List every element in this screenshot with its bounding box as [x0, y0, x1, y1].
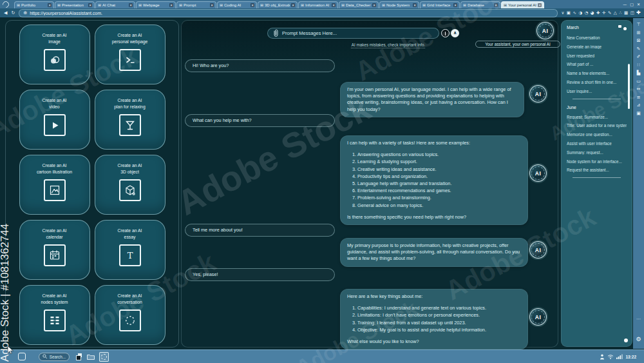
history-item[interactable]: New Conversation — [567, 36, 627, 40]
tab-database[interactable]: ⊞Database✕ — [460, 1, 500, 8]
tab-close-icon[interactable]: ✕ — [413, 3, 417, 7]
refresh-icon[interactable]: ↻ — [11, 11, 15, 15]
swap-icon[interactable]: ⇔ — [637, 87, 641, 92]
tile-create-ai-nodes-system[interactable]: Create an AInodes system — [19, 285, 90, 345]
back-icon[interactable]: ◀ — [4, 11, 7, 15]
tile-create-ai-cartoon-illustration[interactable]: Create an AIcartoon illustration — [19, 155, 90, 215]
list-icon[interactable]: ≡ — [637, 95, 641, 100]
tab-close-icon[interactable]: ✕ — [88, 3, 92, 7]
pencil-tool-icon[interactable]: ✎ — [608, 11, 611, 15]
history-item[interactable]: What part of ... — [567, 63, 627, 66]
tile-create-ai-image[interactable]: Create an AIimage — [19, 25, 90, 84]
url-bar[interactable]: ⊕ https://yourpersonalAIassistant.com. — [19, 9, 557, 17]
tab-close-icon[interactable]: ✕ — [169, 3, 173, 7]
scroll-bottom-dot[interactable] — [624, 338, 628, 342]
history-item[interactable]: Node system for an interface... — [567, 160, 627, 164]
tab-close-icon[interactable]: ✕ — [538, 3, 542, 7]
history-item[interactable]: User requested — [567, 54, 627, 58]
active-app-button[interactable] — [99, 352, 109, 362]
prompt-input[interactable]: Prompt Messages Here... — [267, 28, 439, 39]
history-item[interactable]: Title: User asked for a new system — [567, 124, 627, 128]
plus-tool-icon[interactable]: ✚ — [596, 11, 600, 15]
status-dot-icon[interactable] — [623, 27, 627, 30]
scrollbar-thumb[interactable] — [628, 64, 630, 109]
tile-create-ai-video[interactable]: Create an AIvideo — [19, 90, 90, 150]
blocks-icon[interactable]: ▙ — [637, 71, 640, 75]
tab-close-icon[interactable]: ✕ — [129, 3, 133, 7]
dots-tool-icon[interactable]: ∴ — [619, 11, 621, 15]
history-item[interactable]: Assist with user interface — [567, 142, 627, 146]
grid-tool-icon[interactable]: ▦ — [624, 11, 628, 15]
tab-prompt[interactable]: ⊞Prompt✕ — [176, 1, 216, 8]
tab-ai-chat[interactable]: ⊞AI Chat✕ — [95, 1, 135, 8]
pencil-icon[interactable]: ✐ — [637, 55, 641, 59]
more-options-icon[interactable]: ⋯ — [633, 317, 644, 322]
quarter-circle-icon[interactable]: ◔ — [585, 11, 589, 15]
wave-tool-icon[interactable]: ∿ — [573, 11, 576, 15]
layers-app-icon[interactable] — [76, 353, 82, 360]
wifi-icon[interactable] — [607, 354, 614, 359]
tile-title-line1: Create an AI — [43, 293, 67, 299]
contrast-tool-icon[interactable]: ◑ — [578, 11, 582, 15]
taskbar-search[interactable]: Search... — [39, 353, 70, 361]
tile-create-ai-essay[interactable]: Create an AIessay T — [95, 220, 166, 280]
signal-icon[interactable] — [616, 354, 623, 359]
tab-portfolio[interactable]: ⊞Portfolio✕ — [14, 1, 54, 8]
tab-coding-ai[interactable]: ⊞Coding AI✕ — [217, 1, 257, 8]
tab-close-icon[interactable]: ✕ — [372, 3, 376, 7]
tile-create-ai-calendar[interactable]: Create an AIcalendar — [19, 220, 90, 280]
user-status-icon[interactable] — [600, 354, 605, 360]
history-item[interactable]: Request the assistant... — [567, 168, 627, 172]
tab-information-ai[interactable]: ⊞Information AI✕ — [298, 1, 338, 8]
three-quarter-circle-icon[interactable]: ◕ — [591, 11, 594, 15]
tab-close-icon[interactable]: ✕ — [48, 3, 52, 7]
tab-presentation[interactable]: ⊞Presentation✕ — [55, 1, 95, 8]
history-item[interactable]: User inquire... — [567, 90, 627, 93]
tab-your-personal-ai[interactable]: ⊞Your personal AI✕ — [501, 1, 544, 8]
triangle-tool-icon[interactable]: △ — [614, 11, 617, 15]
tab-close-icon[interactable]: ✕ — [332, 3, 336, 7]
tab-data-checker[interactable]: ⊞Data_Checker✕ — [339, 1, 379, 8]
chevron-down-icon[interactable]: ∨ — [562, 11, 565, 15]
tile-create-ai-conversation[interactable]: Create an AIconversation — [95, 285, 166, 345]
history-item[interactable]: Summary: request... — [567, 151, 627, 155]
add-icon[interactable]: ✚ — [636, 10, 641, 15]
start-button[interactable] — [18, 353, 26, 360]
frame-icon[interactable]: ▣ — [567, 11, 571, 15]
folder-app-icon[interactable] — [87, 354, 95, 360]
gear-icon[interactable]: ⚙ — [633, 337, 644, 342]
tile-create-ai-plan-for-relaxing[interactable]: Create an AIplan for relaxing — [95, 90, 166, 150]
tile-create-ai-personal-webpage[interactable]: Create an AIpersonal webpage — [95, 25, 166, 84]
dots-grid-icon[interactable]: ∷ — [637, 63, 639, 68]
columns-tool-icon[interactable]: ◫ — [630, 11, 634, 15]
pen-icon[interactable]: ✎ — [637, 47, 641, 52]
tab-close-icon[interactable]: ✕ — [210, 3, 214, 7]
tile-create-ai-3d-object[interactable]: Create an AI3D object — [95, 155, 166, 215]
scroll-top-button[interactable]: ∧ — [451, 29, 459, 37]
tab-close-icon[interactable]: ✕ — [251, 3, 254, 7]
maximize-icon[interactable]: ▢ — [630, 2, 634, 6]
delete-frame-icon[interactable]: ⊠ — [637, 39, 641, 43]
tab-close-icon[interactable]: ✕ — [291, 3, 295, 7]
tab-3d-obj-extrude[interactable]: ⊞3D obj_Extrude✕ — [258, 1, 298, 8]
history-item[interactable]: Name a few elements... — [567, 72, 627, 75]
frame-icon[interactable]: ▣ — [636, 112, 641, 116]
angle-chart-icon[interactable]: ⊿ — [637, 103, 641, 108]
add-frame-icon[interactable]: ⊞ — [637, 31, 641, 35]
minimize-icon[interactable]: — — [623, 2, 627, 6]
history-item[interactable]: Generate an image — [567, 45, 627, 49]
voice-input-button[interactable] — [441, 29, 450, 37]
tab-webpage[interactable]: ⊞Webpage✕ — [136, 1, 176, 8]
history-item[interactable]: Request: Summarize... — [567, 115, 627, 119]
pin-icon[interactable] — [618, 25, 621, 28]
tab-node-system[interactable]: ⊞Node System✕ — [379, 1, 419, 8]
tab-close-icon[interactable]: ✕ — [494, 3, 498, 7]
monitor-icon[interactable]: ▭ — [636, 79, 641, 84]
tab-close-icon[interactable]: ✕ — [453, 3, 457, 7]
text-tool-icon[interactable]: ⊤ — [636, 23, 640, 27]
close-icon[interactable]: ✕ — [637, 2, 640, 6]
cross-tool-icon[interactable]: ✛ — [602, 11, 605, 15]
history-item[interactable]: Memorize one question... — [567, 133, 627, 137]
history-item[interactable]: Review a short film in one... — [567, 81, 627, 84]
tab-grid-interface[interactable]: ⊞Grid Interface✕ — [420, 1, 460, 8]
